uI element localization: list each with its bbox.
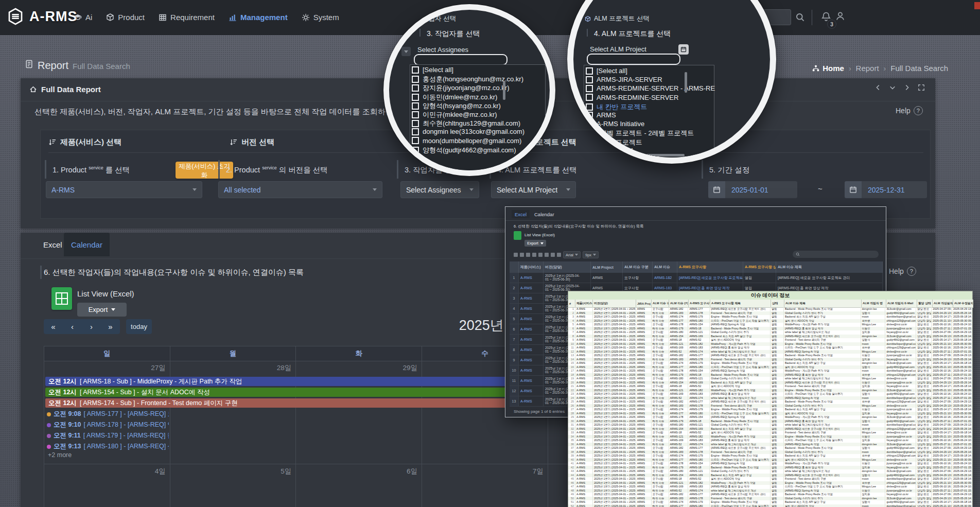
breadcrumb-home[interactable]: Home [812,64,844,73]
h-scrollbar-thumb[interactable] [638,154,685,156]
date-to-calendar-icon[interactable] [845,181,862,198]
toolbar-icon[interactable] [514,253,518,257]
col-header[interactable]: 제품(서비스) [519,261,544,273]
toolbar-icon[interactable] [551,253,555,257]
option-item[interactable]: 내 칸반 프로젝트 [586,102,647,112]
toolbar-icon[interactable] [557,253,561,257]
next-button[interactable]: › [82,319,101,334]
scrollbar-thumb[interactable] [685,72,687,93]
breadcrumb-item[interactable]: Report [856,64,879,73]
toolbar-icon[interactable] [545,253,549,257]
col-header[interactable]: A-RMS 요구사항 상태 [743,261,776,273]
toolbar-icon[interactable] [538,253,542,257]
col-header[interactable]: A-RMS 요구사항 [677,261,743,273]
checkbox-icon[interactable] [586,85,593,92]
calendar-dot-event[interactable]: 오전 9:10[ ARMS-178 ] - [ARMS-REQ] 엑셀 [47,420,169,430]
popup-export-button[interactable]: Export [524,240,546,247]
option-item[interactable]: 장지윤(jiyoonjang@mz.co.kr) [412,83,510,93]
col-header[interactable]: 버전(담당) [544,261,591,273]
assignee-select[interactable]: Select Assignees [400,181,479,198]
date-to-field[interactable]: 2025-12-31 [862,181,927,198]
option-select-all[interactable]: [Select all] [586,67,627,75]
date-label[interactable]: 29일 [296,361,422,374]
date-from-calendar-icon[interactable] [708,181,725,198]
col-header[interactable]: ALM 이슈 [653,261,677,273]
nav-item-ai[interactable]: Ai [74,13,92,22]
checkbox-icon[interactable] [586,94,593,101]
option-item[interactable]: dongmin lee(313cokr@gmail.com) [412,128,524,135]
nav-item-product[interactable]: Product [106,13,145,22]
toolbar-icon[interactable] [520,253,524,257]
option-item[interactable]: 이동민(dmlee@mz.co.kr) [412,93,497,102]
calendar-dot-event[interactable]: 오전 9:13[ ARMS-180 ] - [ARMS-REQ] 상세 [47,442,169,451]
help-button[interactable]: Help? [896,106,923,115]
calendar-dot-event[interactable]: 오전 9:11[ ARMS-179 ] - [ARMS-REQ] 캘린 [47,431,169,441]
checkbox-icon[interactable] [586,67,593,75]
scrollbar-thumb[interactable] [503,81,505,100]
option-item[interactable]: 이민규(mklee@mz.co.kr) [412,110,497,119]
checkbox-icon[interactable] [412,147,419,154]
app-logo[interactable]: A-RMS [6,7,78,26]
popup-tab-excel[interactable]: Excel [512,210,530,218]
col-header[interactable]: ALM Project [591,261,623,273]
collapse-right-icon[interactable] [903,84,911,91]
breadcrumb-item[interactable]: Full Data Search [890,64,948,73]
font-size-select[interactable]: 9px [583,251,599,258]
option-item[interactable]: ARMS-JIRA-SERVER [586,76,662,83]
nav-item-management[interactable]: Management [229,13,288,22]
checkbox-icon[interactable] [586,76,593,83]
date-from-field[interactable]: 2025-01-01 [725,181,797,198]
checkbox-icon[interactable] [412,94,419,101]
nav-item-requirement[interactable]: Requirement [159,13,215,22]
toolbar-icon[interactable] [532,253,536,257]
option-item[interactable]: ARMS-REDMINE-SERVER [586,94,678,101]
next-year-button[interactable]: » [101,319,120,334]
option-item[interactable]: 최수현(chltngus129@gmail.com) [412,119,520,128]
alm-select[interactable]: Select ALM Project [491,181,576,198]
option-item[interactable]: ARMS [586,111,616,119]
option-item[interactable]: 양형석(gudtjr4662@gmail.com) [412,146,516,155]
tab-calendar[interactable]: Calendar [64,233,110,256]
collapse-left-icon[interactable] [874,84,882,91]
table-row[interactable]: 1A-RMS2025년 1분기 (2025-04-01 ~ 2025-06-30… [510,273,883,283]
checkbox-icon[interactable] [586,103,593,111]
option-select-all[interactable]: [Select all] [412,66,453,74]
calendar-dot-event[interactable]: 오전 9:08[ ARMS-177 ] - [ARMS-REQ] 모니터 [47,409,169,419]
today-button[interactable]: today [126,319,152,334]
checkbox-icon[interactable] [412,84,419,92]
checkbox-icon[interactable] [412,137,419,144]
date-label[interactable]: 6일 [296,464,422,478]
popup-tab-calendar[interactable]: Calendar [531,210,557,218]
font-select[interactable]: Arial [563,251,581,258]
option-item[interactable]: 1레벨 프로젝트 - 2레벨 프로젝트 [586,129,694,138]
option-item[interactable]: 양형석(hsyang@mz.co.kr) [412,101,501,111]
magnifier-filter-input[interactable] [414,54,507,65]
product-reset-button[interactable]: 제품(서비스) 초기화 [176,162,233,179]
date-label[interactable]: 27일 [44,361,170,374]
prev-button[interactable]: ‹ [63,319,82,334]
option-item[interactable]: 홍성훈(hongseonghun@mz.co.kr) [412,75,523,84]
option-item[interactable]: moon(dumbbelloper@gmail.com) [412,137,521,145]
nav-item-system[interactable]: System [302,13,339,22]
prev-year-button[interactable]: « [44,319,63,334]
floating-calendar-icon[interactable] [678,44,689,55]
checkbox-icon[interactable] [412,111,419,118]
product-select[interactable]: A-RMS [46,181,202,198]
date-label[interactable]: 4일 [44,464,170,478]
export-button[interactable]: Export [77,303,127,317]
checkbox-icon[interactable] [412,128,419,135]
version-select[interactable]: All selected [218,181,382,198]
date-label[interactable]: 28일 [170,361,296,374]
expand-icon[interactable] [918,84,925,91]
search-submit-icon[interactable] [795,12,805,22]
checkbox-icon[interactable] [412,102,419,110]
chevron-down-icon[interactable] [889,84,896,91]
checkbox-icon[interactable] [412,120,419,127]
more-events-link[interactable]: +2 more [48,451,72,459]
col-header[interactable]: ALM 이슈 제목 [776,261,883,273]
help-button[interactable]: Help? [889,267,916,276]
checkbox-icon[interactable] [412,76,419,83]
checkbox-icon[interactable] [586,112,593,119]
option-item[interactable]: A-RMS Initiative [586,120,644,128]
popup-search-input[interactable] [793,251,879,258]
